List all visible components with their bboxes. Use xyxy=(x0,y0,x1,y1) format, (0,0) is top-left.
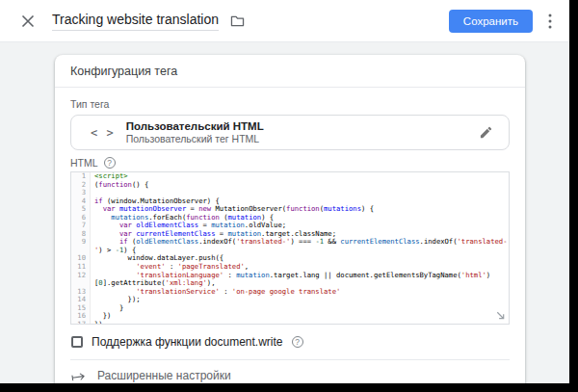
expand-arrow-icon xyxy=(70,370,87,382)
code-line: 15 } xyxy=(71,304,509,313)
close-button[interactable] xyxy=(17,11,39,32)
line-number: 7 xyxy=(71,222,91,230)
advanced-settings-label: Расширенные настройки xyxy=(97,369,231,382)
tag-type-selector[interactable]: Пользовательский HTML Пользовательский т… xyxy=(70,115,510,150)
code-editor-lines: 1<script>2(function() {34if (window.Muta… xyxy=(71,172,509,325)
card-body: Тип тега Пользовательский HTML Пользоват… xyxy=(55,88,525,349)
topbar: Tracking website translation Сохранить xyxy=(0,0,569,42)
advanced-settings-toggle[interactable]: Расширенные настройки xyxy=(55,360,525,383)
custom-html-icon xyxy=(91,126,115,140)
line-number: 3 xyxy=(71,189,91,197)
pencil-icon xyxy=(479,125,493,140)
html-help-icon[interactable] xyxy=(104,157,116,169)
code-line: 9 if (oldElementClass.indexOf('translate… xyxy=(71,238,509,247)
edit-tag-type-button[interactable] xyxy=(475,121,497,144)
tag-name-title[interactable]: Tracking website translation xyxy=(52,12,219,31)
line-number: 2 xyxy=(71,181,91,190)
more-options-button[interactable] xyxy=(544,10,556,33)
code-line: 2(function() { xyxy=(71,181,509,190)
document-write-label: Поддержка функции document.write xyxy=(92,335,283,349)
document-write-row: Поддержка функции document.write xyxy=(71,335,510,349)
html-code-editor[interactable]: 1<script>2(function() {34if (window.Muta… xyxy=(70,171,510,325)
line-number: 6 xyxy=(71,214,91,222)
kebab-menu-icon xyxy=(548,13,552,29)
line-number: 1 xyxy=(71,172,91,181)
document-write-help-icon[interactable] xyxy=(292,336,303,348)
gtm-tag-editor-page: Tracking website translation Сохранить К… xyxy=(0,0,569,383)
tag-type-name: Пользовательский HTML xyxy=(126,119,264,133)
line-number: 17 xyxy=(71,321,91,325)
code-line: 17}) xyxy=(71,321,509,325)
folder-button[interactable] xyxy=(226,11,249,31)
editor-resize-handle[interactable] xyxy=(495,310,506,321)
tag-type-label: Тип тега xyxy=(70,98,510,110)
folder-icon xyxy=(230,14,245,27)
tag-type-description: Пользовательский тег HTML xyxy=(126,133,264,145)
close-icon xyxy=(21,14,35,28)
line-number: 5 xyxy=(71,205,91,214)
code-line: 16 }) xyxy=(71,312,509,321)
code-line: 14 }); xyxy=(71,296,509,304)
html-field-label-row: HTML xyxy=(70,157,510,169)
line-number: 9 xyxy=(71,238,91,247)
card-title: Конфигурация тега xyxy=(55,55,525,88)
tag-type-text: Пользовательский HTML Пользовательский т… xyxy=(126,119,264,146)
html-field-label: HTML xyxy=(70,157,98,169)
line-number: 12 xyxy=(71,272,91,280)
document-write-checkbox[interactable] xyxy=(71,336,83,348)
line-number: 8 xyxy=(71,230,91,239)
tag-configuration-card: Конфигурация тега Тип тега Пользовательс… xyxy=(55,55,525,383)
save-button[interactable]: Сохранить xyxy=(449,10,533,33)
line-number: 4 xyxy=(71,197,91,206)
